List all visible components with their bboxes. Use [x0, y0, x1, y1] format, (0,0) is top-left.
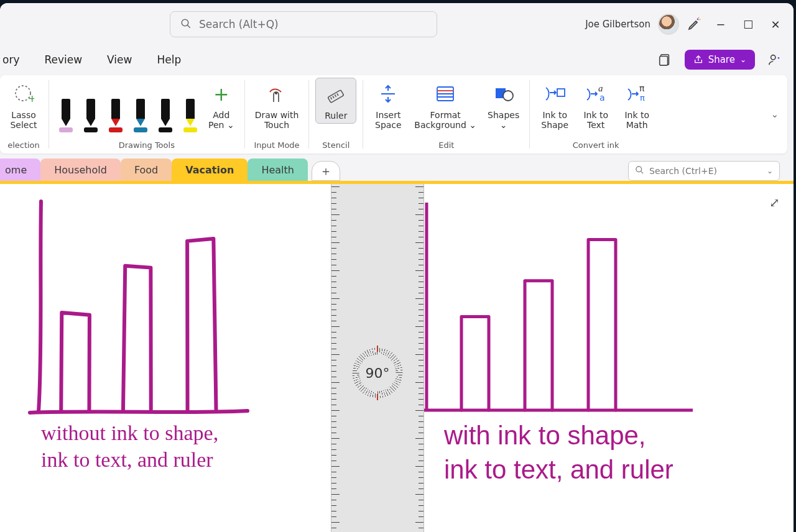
share-button[interactable]: Share ⌄: [685, 50, 755, 70]
pen-tool-2[interactable]: [105, 99, 126, 132]
ink-to-text-button[interactable]: aa Ink to Text: [577, 78, 614, 132]
svg-point-4: [771, 55, 775, 60]
add-pen-button[interactable]: +Add Pen ⌄: [205, 78, 238, 132]
ink-to-math-button[interactable]: ππ Ink to Math: [618, 78, 655, 132]
page-search-placeholder: Search (Ctrl+E): [649, 166, 717, 176]
section-tab-vacation[interactable]: Vacation: [172, 158, 248, 183]
svg-line-26: [641, 171, 643, 173]
pen-tool-5[interactable]: [180, 99, 201, 132]
pen-tool-4[interactable]: [155, 99, 176, 132]
svg-text:+: +: [28, 93, 34, 104]
chevron-down-icon: ⌄: [740, 55, 746, 64]
group-input-mode: Input Mode: [254, 140, 299, 152]
ribbon-tab-review[interactable]: Review: [38, 50, 88, 70]
group-stencil: Stencil: [322, 140, 349, 152]
section-tab-household[interactable]: Household: [40, 158, 121, 181]
copilot-icon[interactable]: [764, 48, 786, 71]
svg-point-7: [275, 92, 277, 94]
group-convert-ink: Convert ink: [573, 140, 619, 152]
svg-line-11: [335, 94, 336, 96]
section-tabs: omeHouseholdFoodVacationHealth＋ Search (…: [0, 156, 794, 181]
pen-gallery: +Add Pen ⌄: [55, 78, 238, 132]
section-tab-health[interactable]: Health: [248, 158, 308, 181]
pen-tool-0[interactable]: [55, 99, 76, 132]
title-bar: Search (Alt+Q) Joe Gilbertson ─ ☐ ✕: [0, 3, 794, 45]
format-background-button[interactable]: Format Background ⌄: [410, 78, 480, 132]
minimize-button[interactable]: ─: [715, 18, 726, 31]
draw-with-touch-button[interactable]: Draw with Touch: [251, 78, 303, 132]
chevron-down-icon: ⌄: [767, 167, 773, 175]
ribbon-collapse-chevron[interactable]: ⌄: [771, 109, 779, 120]
svg-line-9: [331, 97, 332, 99]
pen-tool-1[interactable]: [80, 99, 101, 132]
ruler-button[interactable]: Ruler: [315, 78, 356, 124]
section-tab-food[interactable]: Food: [121, 158, 172, 181]
svg-text:a: a: [598, 84, 603, 93]
ribbon-tabs: ory Review View Help Share ⌄: [0, 45, 794, 74]
pen-tool-3[interactable]: [130, 99, 151, 132]
global-search[interactable]: Search (Alt+Q): [170, 11, 437, 37]
share-label: Share: [708, 54, 735, 65]
svg-text:π: π: [640, 93, 645, 103]
svg-text:π: π: [639, 84, 645, 93]
maximize-button[interactable]: ☐: [743, 18, 754, 31]
svg-rect-3: [659, 57, 667, 66]
svg-point-0: [182, 19, 188, 26]
shapes-button[interactable]: Shapes ⌄: [484, 78, 523, 132]
pen-mode-icon[interactable]: [684, 14, 704, 34]
ribbon-tab-view[interactable]: View: [101, 50, 138, 70]
search-icon: [635, 165, 644, 177]
ruler-stencil[interactable]: 90°: [331, 184, 424, 532]
account-area[interactable]: Joe Gilbertson: [585, 14, 679, 35]
search-icon: [180, 18, 192, 31]
left-caption: without ink to shape, ink to text, and r…: [41, 420, 218, 473]
user-name: Joe Gilbertson: [585, 19, 650, 30]
ribbon: + Lasso Select election +Add Pen ⌄ Drawi…: [0, 75, 787, 154]
note-canvas[interactable]: ⤢ without ink to shape, ink to text, and…: [0, 184, 794, 532]
converted-bar-chart: [424, 195, 698, 419]
group-edit: Edit: [438, 140, 454, 152]
ruler-angle-indicator: 90°: [353, 349, 402, 397]
hand-drawn-bar-chart: [24, 195, 272, 431]
ribbon-tab-history[interactable]: ory: [0, 50, 25, 70]
svg-line-10: [333, 96, 334, 98]
app-window: Search (Alt+Q) Joe Gilbertson ─ ☐ ✕ ory …: [0, 3, 794, 532]
notes-pane-icon[interactable]: [654, 48, 676, 71]
svg-line-1: [187, 25, 190, 28]
ink-to-shape-button[interactable]: Ink to Shape: [536, 78, 573, 132]
lasso-select-button[interactable]: + Lasso Select: [5, 78, 42, 132]
svg-line-12: [337, 93, 338, 95]
page-search[interactable]: Search (Ctrl+E) ⌄: [628, 161, 780, 181]
expand-icon[interactable]: ⤢: [769, 195, 780, 210]
svg-text:a: a: [599, 93, 605, 103]
section-tab-ome[interactable]: ome: [0, 158, 40, 181]
search-placeholder: Search (Alt+Q): [199, 18, 279, 30]
close-button[interactable]: ✕: [770, 18, 781, 31]
ribbon-tab-help[interactable]: Help: [150, 50, 187, 70]
group-selection: election: [7, 140, 40, 152]
add-section-button[interactable]: ＋: [312, 161, 340, 181]
avatar: [658, 14, 679, 35]
insert-space-button[interactable]: Insert Space: [369, 78, 407, 132]
svg-rect-20: [557, 89, 565, 96]
svg-point-25: [636, 167, 642, 172]
group-drawing-tools: Drawing Tools: [119, 140, 175, 152]
window-controls: ─ ☐ ✕: [715, 18, 781, 31]
svg-point-19: [503, 91, 513, 101]
right-caption: with ink to shape, ink to text, and rule…: [444, 419, 673, 487]
